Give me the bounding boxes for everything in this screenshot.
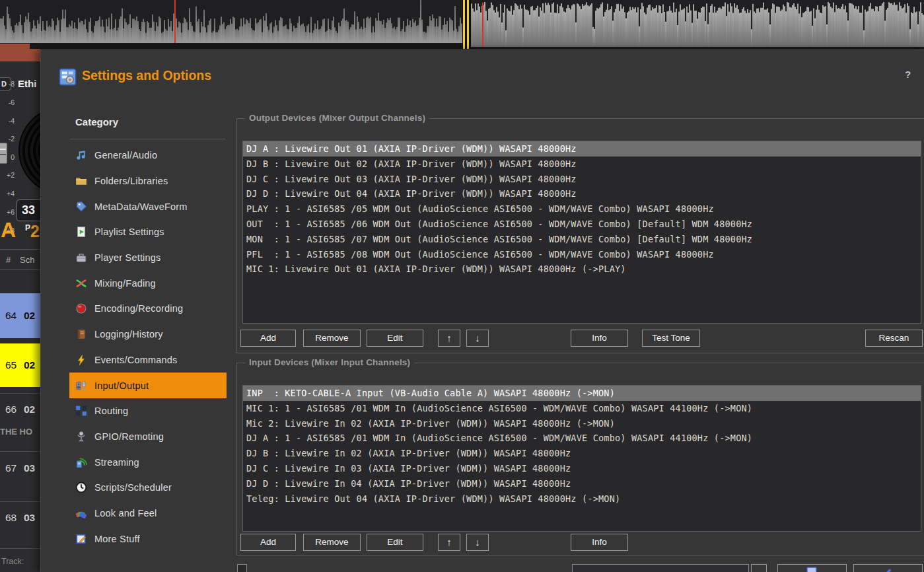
playlist-row-number: 68 (5, 512, 17, 524)
move-down-button-output[interactable]: ↓ (466, 330, 489, 347)
edit-button-output[interactable]: Edit (367, 330, 423, 347)
background-app-sliver: D -8-6-4-20+2+4+6+8 Ethi 33 A P 2 # Sch … (0, 49, 40, 572)
sidebar-item-more-stuff[interactable]: More Stuff (69, 526, 227, 552)
device-row[interactable]: MIC 1: Livewire Out 01 (AXIA IP-Driver (… (243, 262, 921, 277)
edit-button-input[interactable]: Edit (367, 534, 423, 551)
yellow-marker-icon (463, 0, 465, 49)
edit-icon (75, 533, 87, 545)
device-row[interactable]: INP : KETO-CABLE-A Input (VB-Audio Cable… (243, 386, 921, 401)
bottom-monitor-button[interactable] (777, 564, 847, 572)
divider (0, 269, 40, 270)
sidebar-item-label: More Stuff (94, 534, 140, 544)
move-up-button-output[interactable]: ↑ (438, 330, 460, 347)
input-devices-group: Input Devices (Mixer Input Channels) INP… (236, 363, 924, 555)
microphone-stand-icon (75, 431, 87, 443)
app-screen: D -8-6-4-20+2+4+6+8 Ethi 33 A P 2 # Sch … (0, 0, 924, 572)
playlist-row[interactable]: 6703 (0, 453, 40, 483)
info-button-input[interactable]: Info (571, 534, 628, 551)
tag-icon (75, 201, 87, 213)
bottom-field[interactable] (572, 564, 749, 572)
input-group-title: Input Devices (Mixer Input Channels) (245, 357, 414, 367)
remove-button-output[interactable]: Remove (303, 330, 361, 347)
help-button[interactable]: ? (905, 69, 911, 80)
move-up-button-input[interactable]: ↑ (438, 534, 460, 551)
waveform-pane-right[interactable] (471, 0, 924, 47)
playlist-row-number: 66 (5, 404, 17, 415)
device-row[interactable]: DJ B : Livewire In 02 (AXIA IP-Driver (W… (243, 446, 921, 461)
device-row[interactable]: DJ C : Livewire In 03 (AXIA IP-Driver (W… (243, 461, 921, 476)
sidebar-item-logging-history[interactable]: Logging/History (69, 322, 227, 347)
playlist-row-time: 02 (24, 404, 35, 415)
sidebar-item-folders-libraries[interactable]: Folders/Libraries (69, 168, 227, 194)
streaming-icon (75, 456, 87, 468)
waveform-separator (462, 0, 471, 49)
category-list: General/AudioFolders/LibrariesMetaData/W… (69, 143, 227, 552)
pitch-display[interactable]: 33 (17, 199, 40, 221)
sidebar-item-player-settings[interactable]: Player Settings (69, 245, 227, 271)
sidebar-item-gpio-remoting[interactable]: GPIO/Remoting (69, 424, 227, 450)
device-row[interactable]: DJ B : Livewire Out 02 (AXIA IP-Driver (… (243, 157, 921, 172)
device-row[interactable]: DJ C : Livewire Out 03 (AXIA IP-Driver (… (243, 172, 921, 187)
audio-device-icon (75, 380, 87, 392)
db-scale-label: +4 (0, 190, 15, 197)
sidebar-item-label: Encoding/Recording (94, 303, 183, 314)
sidebar-item-input-output[interactable]: Input/Output (69, 373, 227, 398)
sidebar-item-label: Routing (94, 406, 128, 416)
sidebar-item-metadata-waveform[interactable]: MetaData/WaveForm (69, 194, 227, 219)
sidebar-item-encoding-recording[interactable]: Encoding/Recording (69, 296, 227, 322)
device-row[interactable]: DJ D : Livewire In 04 (AXIA IP-Driver (W… (243, 476, 921, 491)
device-row[interactable]: DJ A : 1 - ASI6585 /01 WDM In (AudioScie… (243, 431, 921, 446)
info-button-output[interactable]: Info (571, 330, 628, 347)
playlist-row[interactable]: 6502 (0, 343, 40, 387)
device-row[interactable]: DJ D : Livewire Out 04 (AXIA IP-Driver (… (243, 186, 921, 201)
sidebar-item-general-audio[interactable]: General/Audio (69, 143, 227, 168)
playlist-row-number: 64 (5, 310, 17, 322)
output-device-list[interactable]: DJ A : Livewire Out 01 (AXIA IP-Driver (… (242, 141, 921, 324)
device-row[interactable]: MON : 1 - ASI6585 /07 WDM Out (AudioScie… (243, 232, 921, 247)
test-tone-button[interactable]: Test Tone (642, 330, 700, 347)
device-row[interactable]: PLAY : 1 - ASI6585 /05 WDM Out (AudioSci… (243, 201, 921, 217)
bottom-dropdown-button[interactable] (751, 564, 767, 572)
waveform-pane-left[interactable] (0, 0, 462, 43)
add-button-output[interactable]: Add (240, 330, 296, 347)
device-row[interactable]: Teleg: Livewire Out 04 (AXIA IP-Driver (… (243, 491, 921, 507)
playlist-row-time: 02 (24, 359, 35, 371)
sidebar-item-label: Player Settings (94, 252, 161, 263)
record-icon (75, 303, 87, 314)
device-row[interactable]: DJ A : Livewire Out 01 (AXIA IP-Driver (… (243, 141, 921, 157)
sidebar-item-label: Events/Commands (94, 355, 178, 365)
db-scale-label: -8 (0, 80, 15, 88)
bottom-checkbox[interactable] (237, 564, 247, 572)
progress-bar (0, 49, 40, 61)
add-button-input[interactable]: Add (240, 534, 296, 551)
device-row[interactable]: OUT : 1 - ASI6585 /06 WDM Out (AudioScie… (243, 217, 921, 232)
input-device-list[interactable]: INP : KETO-CABLE-A Input (VB-Audio Cable… (242, 385, 921, 532)
dialog-title: Settings and Options (82, 68, 211, 83)
music-note-icon (75, 149, 87, 161)
sidebar-item-mixing-fading[interactable]: Mixing/Fading (69, 270, 227, 296)
device-row[interactable]: PFL : 1 - ASI6585 /08 WDM Out (AudioScie… (243, 247, 921, 262)
volume-fader[interactable] (0, 143, 7, 164)
sidebar-item-label: Input/Output (94, 380, 149, 391)
yellow-marker-icon (467, 0, 469, 49)
db-scale-label: -4 (0, 117, 15, 125)
device-row[interactable]: Mic 2: Livewire In 02 (AXIA IP-Driver (W… (243, 416, 921, 431)
sidebar-item-label: MetaData/WaveForm (94, 201, 188, 212)
bottom-pen-button[interactable] (853, 564, 923, 572)
sidebar-item-events-commands[interactable]: Events/Commands (69, 347, 227, 373)
sidebar-item-label: Streaming (94, 457, 139, 468)
remove-button-input[interactable]: Remove (303, 534, 361, 551)
device-row[interactable]: MIC 1: 1 - ASI6585 /01 WDM In (AudioScie… (243, 401, 921, 416)
playlist-row[interactable]: 6602 (0, 395, 40, 423)
sidebar-item-streaming[interactable]: Streaming (69, 449, 227, 475)
sidebar-item-routing[interactable]: Routing (69, 398, 227, 424)
sidebar-item-playlist-settings[interactable]: Playlist Settings (69, 219, 227, 245)
playlist-row[interactable]: 6402 (0, 293, 40, 338)
playlist-row[interactable]: 6803 (0, 503, 40, 532)
sidebar-item-look-and-feel[interactable]: Look and Feel (69, 501, 227, 526)
clock-icon (75, 482, 87, 493)
sidebar-item-label: General/Audio (94, 150, 157, 161)
move-down-button-input[interactable]: ↓ (466, 534, 489, 551)
rescan-button[interactable]: Rescan (865, 330, 923, 347)
sidebar-item-scripts-scheduler[interactable]: Scripts/Scheduler (69, 475, 227, 501)
